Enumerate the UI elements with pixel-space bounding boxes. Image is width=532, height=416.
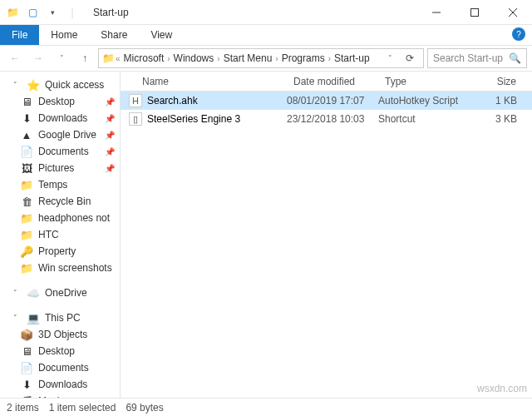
nav-label: Desktop [38, 345, 75, 357]
maximize-button[interactable] [456, 0, 494, 25]
nav-item[interactable]: 📦3D Objects [5, 326, 120, 343]
file-date: 08/01/2019 17:07 [287, 95, 378, 106]
nav-icon: ⭐ [27, 78, 40, 92]
nav-item[interactable]: ⬇Downloads [5, 376, 120, 393]
file-list-area: Name Date modified Type Size HSearch.ahk… [121, 72, 532, 398]
status-bytes: 69 bytes [126, 402, 163, 414]
col-size[interactable]: Size [478, 76, 532, 87]
nav-icon: ☁️ [27, 286, 40, 300]
breadcrumb-seg[interactable]: Start Menu [221, 52, 275, 64]
nav-label: Documents [38, 146, 89, 157]
breadcrumb-seg[interactable]: Windows [171, 52, 217, 64]
file-size: 1 KB [478, 95, 532, 106]
pin-icon: 📌 [105, 164, 120, 173]
pin-icon: 📌 [105, 114, 120, 123]
nav-item[interactable]: ˅💻This PC [5, 310, 120, 326]
status-selected: 1 item selected [49, 402, 116, 414]
nav-item[interactable]: 🖼Pictures📌 [5, 160, 120, 176]
nav-item[interactable]: 🖥Desktop [5, 343, 120, 359]
ribbon-tabs: File Home Share View ? [0, 25, 532, 45]
search-icon[interactable]: 🔍 [509, 52, 521, 64]
nav-item[interactable]: 📄Documents📌 [5, 143, 120, 160]
nav-label: Downloads [38, 379, 87, 390]
nav-item[interactable]: 📄Documents [5, 359, 120, 376]
view-tab[interactable]: View [139, 25, 184, 45]
nav-icon: 🗑 [20, 195, 33, 208]
nav-icon: 📄 [20, 145, 33, 158]
file-tab[interactable]: File [0, 25, 39, 45]
properties-icon[interactable]: ▢ [23, 3, 42, 22]
nav-item[interactable]: 📁Temps [5, 176, 120, 193]
nav-icon: 📁 [20, 178, 33, 191]
minimize-button[interactable] [417, 0, 456, 25]
col-type[interactable]: Type [378, 76, 478, 87]
folder-icon: 📁 [102, 52, 115, 64]
window-title: Start-up [93, 7, 129, 18]
pin-icon: 📌 [105, 97, 120, 106]
share-tab[interactable]: Share [89, 25, 139, 45]
nav-item[interactable]: 🗑Recycle Bin [5, 193, 120, 210]
nav-label: This PC [45, 312, 81, 324]
nav-label: Win screenshots [38, 262, 112, 274]
home-tab[interactable]: Home [39, 25, 89, 45]
close-button[interactable] [494, 0, 532, 25]
nav-label: Desktop [38, 96, 75, 107]
title-bar: 📁 ▢ ▾ | Start-up [0, 0, 532, 25]
search-placeholder: Search Start-up [433, 52, 503, 64]
pin-icon: 📌 [105, 147, 120, 156]
address-bar: ← → ˅ ↑ 📁 « Microsoft › Windows › Start … [0, 45, 532, 72]
nav-icon: 🖥 [20, 344, 33, 358]
dropdown-icon[interactable]: ˅ [380, 48, 400, 68]
column-headers[interactable]: Name Date modified Type Size [121, 72, 532, 92]
refresh-icon[interactable]: ⟳ [400, 48, 420, 68]
nav-item[interactable]: 📁headphones not [5, 210, 120, 226]
file-row[interactable]: HSearch.ahk08/01/2019 17:07AutoHotkey Sc… [121, 92, 532, 110]
file-row[interactable]: ▯SteelSeries Engine 323/12/2018 10:03Sho… [121, 110, 532, 128]
nav-icon: 🖥 [20, 95, 33, 108]
divider: | [63, 3, 81, 22]
nav-item[interactable]: ˅⭐Quick access [5, 77, 120, 93]
breadcrumb-seg[interactable]: Microsoft [121, 52, 167, 64]
help-icon[interactable]: ? [512, 27, 525, 41]
nav-item[interactable]: 🔑Property [5, 243, 120, 260]
nav-item[interactable]: 📁Win screenshots [5, 260, 120, 276]
file-name: SteelSeries Engine 3 [147, 113, 240, 125]
status-count: 2 items [7, 402, 39, 414]
nav-item[interactable]: ⬇Downloads📌 [5, 110, 120, 126]
breadcrumb[interactable]: 📁 « Microsoft › Windows › Start Menu › P… [98, 48, 424, 68]
nav-label: Pictures [38, 162, 74, 174]
nav-label: Google Drive [38, 129, 96, 141]
search-input[interactable]: Search Start-up 🔍 [427, 48, 527, 68]
nav-item[interactable]: ˅☁️OneDrive [5, 285, 120, 301]
col-name[interactable]: Name [121, 76, 287, 87]
back-button[interactable]: ← [5, 48, 25, 68]
nav-label: Recycle Bin [38, 196, 91, 207]
nav-label: headphones not [38, 212, 110, 224]
nav-label: Quick access [45, 79, 104, 91]
nav-item[interactable]: 🖥Desktop📌 [5, 93, 120, 110]
col-date[interactable]: Date modified [287, 76, 378, 87]
file-icon: H [129, 94, 142, 107]
navigation-pane[interactable]: ˅⭐Quick access🖥Desktop📌⬇Downloads📌▲Googl… [0, 72, 121, 398]
file-type: Shortcut [378, 113, 478, 125]
expand-icon[interactable]: ˅ [8, 286, 22, 300]
expand-icon[interactable]: ˅ [8, 78, 22, 92]
nav-item[interactable]: 📁HTC [5, 226, 120, 243]
file-icon: ▯ [129, 112, 142, 126]
recent-dropdown[interactable]: ˅ [52, 48, 71, 68]
nav-item[interactable]: ▲Google Drive📌 [5, 126, 120, 143]
nav-label: Music [38, 395, 64, 398]
forward-button[interactable]: → [28, 48, 48, 68]
breadcrumb-seg[interactable]: Start-up [332, 52, 372, 64]
nav-item[interactable]: 🎵Music [5, 393, 120, 398]
svg-rect-1 [471, 8, 479, 16]
chevron-icon[interactable]: « [115, 54, 121, 63]
expand-icon[interactable]: ˅ [8, 311, 22, 324]
up-button[interactable]: ↑ [75, 48, 95, 68]
nav-icon: 🔑 [20, 245, 33, 258]
file-size: 3 KB [478, 113, 532, 125]
nav-label: OneDrive [45, 287, 87, 299]
nav-icon: 📄 [20, 361, 33, 374]
breadcrumb-seg[interactable]: Programs [279, 52, 328, 64]
qat-dropdown-icon[interactable]: ▾ [43, 3, 62, 22]
